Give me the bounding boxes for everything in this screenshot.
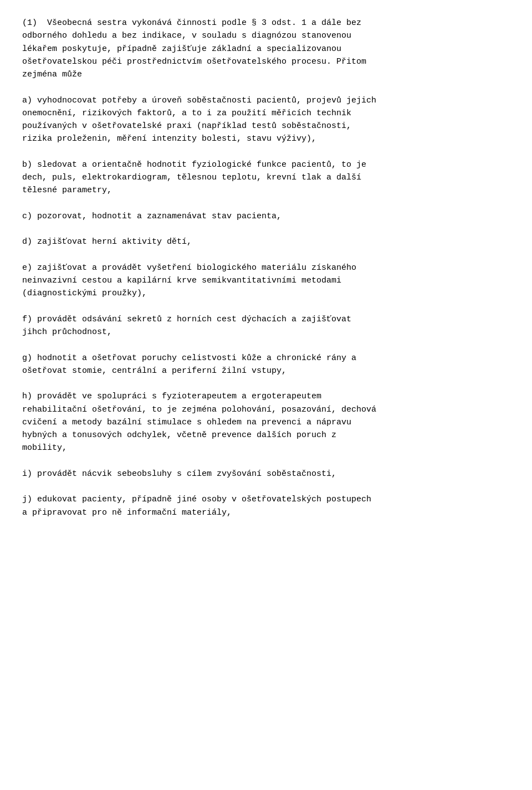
main-content: (1) Všeobecná sestra vykonává činnosti p… <box>22 17 510 519</box>
document-text: (1) Všeobecná sestra vykonává činnosti p… <box>22 17 510 519</box>
